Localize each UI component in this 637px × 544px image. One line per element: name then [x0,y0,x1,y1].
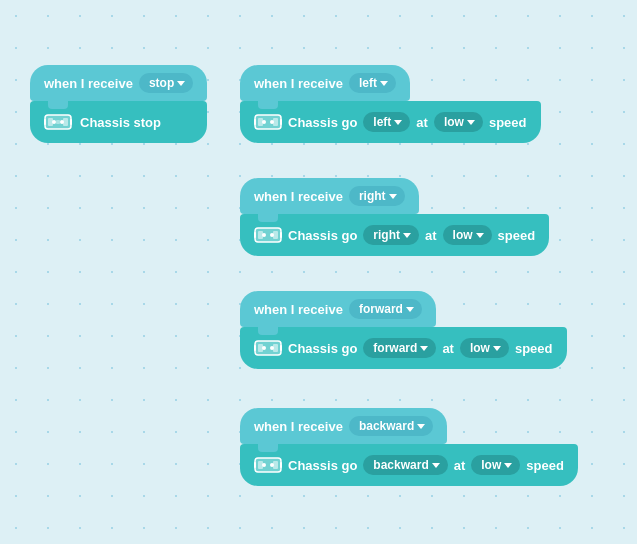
svg-rect-34 [254,462,256,468]
when-receive-label: when I receive [44,76,133,91]
forward-when-block[interactable]: when I receive forward [240,291,436,327]
robot-icon [254,224,282,246]
stop-block-group: when I receive stop Chassis stop [30,65,207,143]
left-direction-dropdown[interactable]: left [363,112,410,132]
robot-icon [254,454,282,476]
svg-rect-5 [56,120,60,124]
dropdown-arrow-icon [394,120,402,125]
dropdown-arrow-icon [504,463,512,468]
right-speed-dropdown[interactable]: low [443,225,492,245]
backward-block-group: when I receive backward Chassis go backw… [240,408,578,486]
right-block-group: when I receive right Chassis go right at… [240,178,549,256]
svg-rect-7 [70,119,72,125]
dropdown-arrow-icon [493,346,501,351]
forward-direction-dropdown[interactable]: forward [363,338,436,358]
left-block-group: when I receive left Chassis go left at l… [240,65,541,143]
forward-value-dropdown[interactable]: forward [349,299,422,319]
svg-point-26 [270,346,274,350]
svg-point-32 [262,463,266,467]
chassis-stop-label: Chassis stop [80,115,161,130]
dropdown-arrow-icon [417,424,425,429]
svg-point-3 [52,120,56,124]
svg-point-18 [262,233,266,237]
left-value-dropdown[interactable]: left [349,73,396,93]
left-speed-dropdown[interactable]: low [434,112,483,132]
svg-point-4 [60,120,64,124]
robot-icon [254,337,282,359]
svg-point-25 [262,346,266,350]
dropdown-arrow-icon [467,120,475,125]
dropdown-arrow-icon [420,346,428,351]
dropdown-arrow-icon [177,81,185,86]
dropdown-arrow-icon [432,463,440,468]
backward-action-block: Chassis go backward at low speed [240,444,578,486]
dropdown-arrow-icon [380,81,388,86]
left-action-block: Chassis go left at low speed [240,101,541,143]
svg-rect-28 [280,345,282,351]
dropdown-arrow-icon [403,233,411,238]
dropdown-arrow-icon [406,307,414,312]
svg-point-19 [270,233,274,237]
when-receive-label: when I receive [254,76,343,91]
svg-rect-35 [280,462,282,468]
backward-direction-dropdown[interactable]: backward [363,455,447,475]
robot-icon [254,111,282,133]
backward-value-dropdown[interactable]: backward [349,416,433,436]
svg-rect-6 [44,119,46,125]
stop-value-dropdown[interactable]: stop [139,73,193,93]
robot-icon [44,111,72,133]
right-direction-dropdown[interactable]: right [363,225,419,245]
backward-when-block[interactable]: when I receive backward [240,408,447,444]
right-when-block[interactable]: when I receive right [240,178,419,214]
svg-point-11 [262,120,266,124]
backward-speed-dropdown[interactable]: low [471,455,520,475]
svg-rect-14 [280,119,282,125]
left-when-block[interactable]: when I receive left [240,65,410,101]
svg-rect-21 [280,232,282,238]
stop-when-block[interactable]: when I receive stop [30,65,207,101]
forward-action-block: Chassis go forward at low speed [240,327,567,369]
forward-block-group: when I receive forward Chassis go forwar… [240,291,567,369]
svg-point-12 [270,120,274,124]
dropdown-arrow-icon [389,194,397,199]
forward-speed-dropdown[interactable]: low [460,338,509,358]
svg-rect-13 [254,119,256,125]
dropdown-arrow-icon [476,233,484,238]
right-value-dropdown[interactable]: right [349,186,405,206]
svg-rect-20 [254,232,256,238]
right-action-block: Chassis go right at low speed [240,214,549,256]
svg-point-33 [270,463,274,467]
svg-rect-27 [254,345,256,351]
